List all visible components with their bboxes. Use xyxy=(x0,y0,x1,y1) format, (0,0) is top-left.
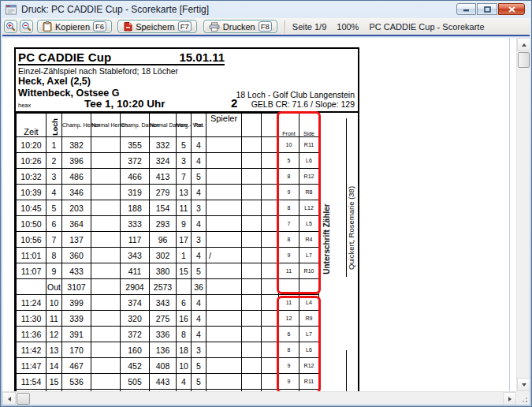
cell-blank-2 xyxy=(262,232,279,248)
cell-spieler xyxy=(206,374,242,390)
home-club: Wittenbeck, Ostsee G xyxy=(18,88,119,99)
cell-champ-herren: 536 xyxy=(62,374,91,390)
status-document-name: PC CADDIE Cup - Scorekarte xyxy=(369,22,484,32)
table-row-out: Out31072904257336 xyxy=(17,279,319,295)
col-header-champ-damen: Champ. Damen xyxy=(121,114,150,137)
cell-champ-herren: 391 xyxy=(62,327,91,342)
scroll-right-button[interactable] xyxy=(503,392,516,405)
col-header-vorg-vert: Vorg.- Vert. xyxy=(177,114,192,137)
cell-front: 12 xyxy=(279,311,299,327)
cell-champ-damen: 117 xyxy=(121,232,150,248)
cell-spieler xyxy=(206,216,242,232)
cell-champ-herren: 486 xyxy=(62,169,91,185)
cell-par: 4 xyxy=(192,327,206,342)
cell-champ-herren: 170 xyxy=(62,342,91,358)
cell-side: L7 xyxy=(299,248,319,263)
cell-loch: 11 xyxy=(47,311,62,327)
page-edge-line xyxy=(509,38,510,405)
cell-vorg-vert: 18 xyxy=(177,342,192,358)
cell-champ-damen: 2904 xyxy=(121,279,150,295)
table-row: 10:506364333293947L5 xyxy=(17,216,319,232)
cell-normal-damen: 443 xyxy=(150,374,177,390)
scorecard-table: Zeit Loch Champ. Herren Normal Herren Ch… xyxy=(16,113,319,405)
col-header-champ-herren: Champ. Herren xyxy=(62,114,91,137)
copy-button[interactable]: Kopieren F6 xyxy=(37,20,112,33)
status-page-indicator: Seite 1/9 xyxy=(292,22,326,32)
titlebar[interactable]: Druck: PC CADDIE Cup - Scorekarte [Ferti… xyxy=(1,1,531,18)
cell-zeit: 11:42 xyxy=(17,342,47,358)
table-row: 10:2013823553325410R11 xyxy=(17,137,319,153)
vertical-scrollbar[interactable] xyxy=(516,38,530,391)
close-icon xyxy=(508,6,515,13)
resize-grip[interactable] xyxy=(516,391,530,405)
scroll-up-button[interactable] xyxy=(517,38,530,51)
cell-side: R12 xyxy=(299,358,319,374)
cell-side: R10 xyxy=(299,263,319,279)
arrow-left-icon xyxy=(8,397,11,401)
save-button[interactable]: Speichern F7 xyxy=(117,20,197,33)
cell-loch: 8 xyxy=(47,248,62,263)
cell-normal-damen: 302 xyxy=(150,248,177,263)
horizontal-scrollbar[interactable] xyxy=(2,391,516,405)
table-row: 11:3612391372336846L7 xyxy=(17,327,319,342)
cell-blank-2 xyxy=(262,200,279,216)
cell-loch: Out xyxy=(47,279,62,295)
competition-type: Einzel-Zählspiel nach Stableford; 18 Löc… xyxy=(18,66,178,76)
cell-vorg-vert: 1 xyxy=(177,248,192,263)
cell-blank-2 xyxy=(262,358,279,374)
horizontal-scroll-thumb[interactable] xyxy=(17,393,30,405)
cell-normal-herren xyxy=(91,342,121,358)
cell-blank-2 xyxy=(262,153,279,169)
zoom-out-button[interactable] xyxy=(20,20,33,33)
cell-normal-herren xyxy=(91,200,121,216)
table-header-row: Zeit Loch Champ. Herren Normal Herren Ch… xyxy=(17,114,319,137)
cell-normal-herren xyxy=(91,232,121,248)
scroll-down-button[interactable] xyxy=(517,378,530,391)
close-button[interactable] xyxy=(498,3,525,15)
course-name: 18 Loch - Golf Club Langenstein xyxy=(236,90,355,99)
scorecard-title-line: PC CADDIE Cup 15.01.11 xyxy=(18,50,225,65)
scroll-left-button[interactable] xyxy=(2,392,16,405)
cell-zeit: 10:50 xyxy=(17,216,47,232)
cell-front xyxy=(279,279,299,295)
cell-zeit: 10:45 xyxy=(17,200,47,216)
cell-zeit: 11:36 xyxy=(17,327,47,342)
cell-vorg-vert: 7 xyxy=(177,169,192,185)
cell-side: R9 xyxy=(299,311,319,327)
cell-champ-damen: 411 xyxy=(121,263,150,279)
cell-champ-damen: 372 xyxy=(121,327,150,342)
maximize-button[interactable] xyxy=(477,3,497,15)
cell-spieler: / xyxy=(206,248,242,263)
cell-spieler xyxy=(206,295,242,311)
minimize-button[interactable] xyxy=(456,3,476,15)
cell-zeit: 10:32 xyxy=(17,169,47,185)
cell-blank-1 xyxy=(242,185,262,200)
cell-normal-herren xyxy=(91,358,121,374)
cell-side: R12 xyxy=(299,169,319,185)
window-title: Druck: PC CADDIE Cup - Scorekarte [Ferti… xyxy=(21,4,209,15)
cell-vorg-vert: 6 xyxy=(177,295,192,311)
vertical-scroll-thumb[interactable] xyxy=(518,52,530,68)
print-button[interactable]: Drucken F8 xyxy=(203,20,277,33)
cell-champ-damen: 466 xyxy=(121,169,150,185)
cell-zeit: 11:24 xyxy=(17,295,47,311)
table-row: 10:4552031881541138L12 xyxy=(17,200,319,216)
cell-blank-2 xyxy=(262,327,279,342)
cell-side: R11 xyxy=(299,374,319,390)
table-row: 10:3943463192791349R8 xyxy=(17,185,319,200)
cell-front: 11 xyxy=(279,263,299,279)
arrow-up-icon xyxy=(522,43,526,47)
cell-vorg-vert: 17 xyxy=(177,232,192,248)
cell-par: 5 xyxy=(192,358,206,374)
signature-label: Unterschrift Zähler xyxy=(322,204,331,274)
col-header-side: Side xyxy=(299,114,319,137)
save-button-label: Speichern xyxy=(136,22,175,32)
cell-front: 9 xyxy=(279,248,299,263)
cell-side: L12 xyxy=(299,200,319,216)
cell-champ-herren: 399 xyxy=(62,295,91,311)
cell-champ-damen: 374 xyxy=(121,295,150,311)
cell-blank-1 xyxy=(242,311,262,327)
cell-champ-herren: 3107 xyxy=(62,279,91,295)
zoom-in-button[interactable] xyxy=(4,20,17,33)
cell-vorg-vert: 11 xyxy=(177,200,192,216)
